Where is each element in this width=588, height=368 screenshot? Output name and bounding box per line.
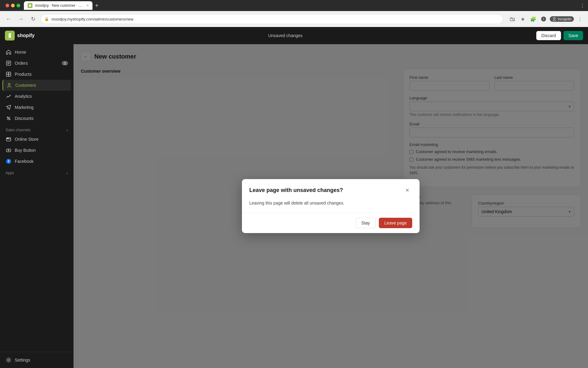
tab-favicon <box>28 3 32 8</box>
bookmark-icon[interactable]: ★ <box>518 15 527 23</box>
address-bar[interactable]: 🔒 moodjoy.myshopify.com/admin/customers/… <box>40 14 503 24</box>
svg-point-20 <box>8 138 9 139</box>
incognito-badge: Incognito <box>550 16 574 22</box>
svg-point-19 <box>7 138 8 139</box>
sidebar-item-customers[interactable]: Customers <box>2 80 71 91</box>
svg-point-3 <box>553 17 555 19</box>
svg-text:I: I <box>543 17 544 21</box>
sidebar-item-marketing-label: Marketing <box>15 105 33 110</box>
sidebar-item-facebook-label: Facebook <box>15 159 33 164</box>
sidebar-item-products[interactable]: Products <box>2 69 71 80</box>
new-tab-button[interactable]: + <box>94 2 100 9</box>
main-layout: Home Orders 1 Products <box>0 44 588 368</box>
orders-icon <box>6 60 12 66</box>
dialog-body: Leaving this page will delete all unsave… <box>242 200 420 213</box>
main-content: ← New customer Customer overview First n… <box>74 44 588 368</box>
shopify-logo-icon <box>5 31 15 40</box>
back-nav-button[interactable]: ← <box>4 14 13 24</box>
sidebar-item-settings[interactable]: Settings <box>2 355 71 366</box>
lock-icon: 🔒 <box>44 17 49 21</box>
maximize-traffic-light[interactable] <box>17 4 20 7</box>
extensions-icon[interactable]: 🧩 <box>529 15 537 23</box>
marketing-icon <box>6 104 12 110</box>
sidebar-settings: Settings <box>0 352 74 368</box>
apps-label: Apps <box>6 171 14 175</box>
apps-expand-icon: › <box>66 171 68 175</box>
svg-line-13 <box>7 108 8 109</box>
dialog-body-text: Leaving this page will delete all unsave… <box>249 200 412 206</box>
analytics-icon <box>6 93 12 99</box>
home-icon <box>6 49 12 55</box>
customers-icon <box>6 82 12 88</box>
sales-channels-expand-icon: › <box>66 128 68 132</box>
sidebar-item-discounts-label: Discounts <box>15 116 33 121</box>
dialog-title: Leave page with unsaved changes? <box>249 187 343 194</box>
leave-page-button[interactable]: Leave page <box>379 218 412 228</box>
svg-rect-9 <box>9 72 11 74</box>
settings-icon <box>6 357 12 363</box>
products-icon <box>6 71 12 77</box>
profile-icon[interactable]: I <box>539 15 548 23</box>
tab-close-icon[interactable]: × <box>86 3 89 8</box>
more-tabs-button[interactable]: ⋮ <box>580 3 585 9</box>
active-tab[interactable]: moodjoy · New customer · Sho... × <box>24 1 92 10</box>
browser-more-button[interactable]: ⋮ <box>576 15 584 23</box>
shopify-app: shopify Unsaved changes Discard Save Hom… <box>0 27 588 368</box>
stay-button[interactable]: Stay <box>356 218 376 228</box>
sidebar-item-analytics[interactable]: Analytics <box>2 91 71 102</box>
sidebar-item-customers-label: Customers <box>15 83 36 88</box>
orders-badge: 1 <box>62 61 68 65</box>
sidebar-item-online-store[interactable]: Online Store <box>2 134 71 145</box>
dialog-close-button[interactable]: × <box>402 185 412 195</box>
sidebar-item-discounts[interactable]: Discounts <box>2 113 71 124</box>
svg-point-15 <box>9 119 10 120</box>
shopify-logo: shopify <box>5 31 35 40</box>
sales-channels-label: Sales channels <box>6 128 30 132</box>
traffic-lights <box>3 4 23 7</box>
unsaved-changes-label: Unsaved changes <box>40 33 531 38</box>
forward-nav-button[interactable]: → <box>16 14 26 24</box>
leave-page-dialog: Leave page with unsaved changes? × Leavi… <box>242 179 420 233</box>
refresh-nav-button[interactable]: ↻ <box>28 14 38 24</box>
svg-rect-10 <box>6 74 9 76</box>
close-traffic-light[interactable] <box>6 4 9 7</box>
save-button[interactable]: Save <box>564 31 583 40</box>
dialog-header: Leave page with unsaved changes? × <box>242 179 420 200</box>
sidebar-item-facebook[interactable]: f Facebook <box>2 156 71 167</box>
svg-rect-11 <box>9 74 11 76</box>
topbar-actions: Discard Save <box>536 31 583 40</box>
url-text: moodjoy.myshopify.com/admin/customers/ne… <box>51 17 134 21</box>
sidebar-item-buy-button[interactable]: Buy Button <box>2 145 71 156</box>
browser-nav: ← → ↻ 🔒 moodjoy.myshopify.com/admin/cust… <box>0 11 588 27</box>
svg-line-16 <box>7 117 10 120</box>
apps-header[interactable]: Apps › <box>2 167 71 177</box>
browser-chrome: moodjoy · New customer · Sho... × + ⋮ ← … <box>0 0 588 27</box>
topbar: shopify Unsaved changes Discard Save <box>0 27 588 44</box>
shopify-name: shopify <box>17 33 35 38</box>
sidebar-item-home[interactable]: Home <box>2 47 71 58</box>
svg-point-26 <box>8 359 9 361</box>
sidebar: Home Orders 1 Products <box>0 44 74 368</box>
sidebar-item-buy-button-label: Buy Button <box>15 148 36 153</box>
svg-point-12 <box>8 83 10 85</box>
svg-text:f: f <box>8 159 9 163</box>
facebook-icon: f <box>6 158 12 164</box>
sidebar-nav: Home Orders 1 Products <box>0 44 74 352</box>
online-store-icon <box>6 136 12 142</box>
browser-actions: ★ 🧩 I Incognito ⋮ <box>508 15 584 23</box>
buy-button-icon <box>6 147 12 153</box>
sidebar-item-products-label: Products <box>15 72 32 77</box>
tab-title: moodjoy · New customer · Sho... <box>35 3 84 8</box>
svg-point-14 <box>7 117 8 118</box>
incognito-label: Incognito <box>558 17 571 21</box>
minimize-traffic-light[interactable] <box>11 4 15 7</box>
svg-rect-8 <box>6 72 9 74</box>
sidebar-item-marketing[interactable]: Marketing <box>2 102 71 113</box>
sidebar-item-analytics-label: Analytics <box>15 94 32 99</box>
sidebar-item-orders[interactable]: Orders 1 <box>2 58 71 69</box>
sidebar-item-settings-label: Settings <box>15 358 30 362</box>
dialog-overlay: Leave page with unsaved changes? × Leavi… <box>74 44 588 368</box>
sales-channels-header[interactable]: Sales channels › <box>2 124 71 134</box>
camera-off-icon[interactable] <box>508 15 517 23</box>
discard-button[interactable]: Discard <box>536 31 561 40</box>
